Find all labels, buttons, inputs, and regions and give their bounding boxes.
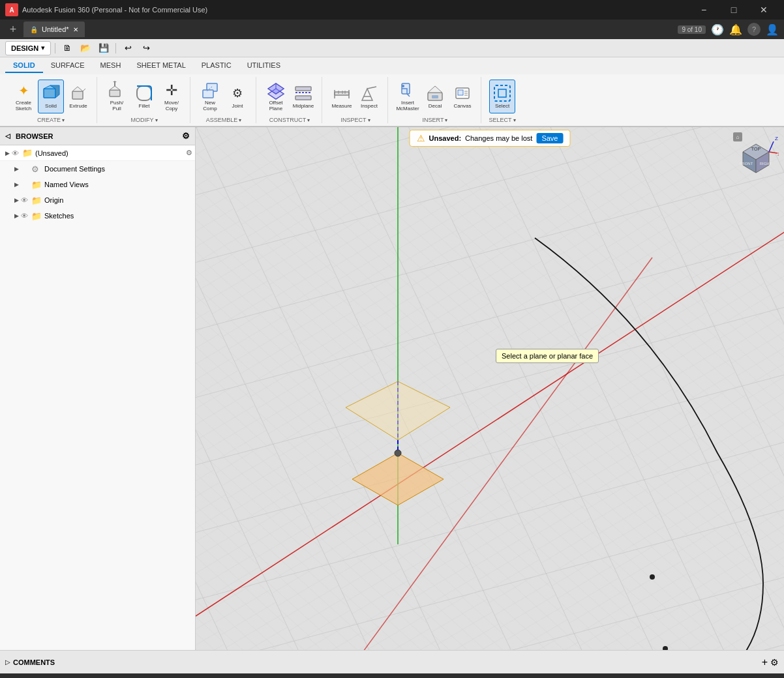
offset-plane-button[interactable]: OffsetPlane: [263, 80, 289, 113]
tree-arrow-icon: ▶: [12, 213, 21, 219]
list-item[interactable]: ▶ 👁 📁 Sketches: [0, 208, 195, 224]
visibility-icon[interactable]: 👁: [21, 196, 31, 204]
design-arrow-icon: ▾: [41, 44, 45, 52]
close-button[interactable]: ✕: [749, 0, 779, 20]
construct-arrow-icon: ▾: [307, 117, 310, 123]
tab-sheet-metal[interactable]: SHEET METAL: [128, 59, 193, 73]
canvas-button[interactable]: Canvas: [449, 80, 475, 113]
solid-body-button[interactable]: Solid: [38, 80, 64, 113]
save-button[interactable]: 💾: [96, 41, 112, 55]
offset-plane-icon: [265, 81, 286, 100]
assemble-group-label: ASSEMBLE: [206, 117, 238, 123]
tab-mesh[interactable]: MESH: [93, 59, 129, 73]
redo-button[interactable]: ↪: [138, 41, 154, 55]
tab-count-badge[interactable]: 9 of 10: [678, 25, 706, 34]
unsaved-banner: ⚠ Unsaved: Changes may be lost Save: [410, 130, 571, 147]
list-item[interactable]: ▶ 👁 📁 (Unsaved) ⚙: [0, 145, 195, 161]
separator: [55, 43, 55, 53]
visibility-icon[interactable]: 👁: [21, 212, 31, 220]
inspect-arrow-icon: ▾: [368, 117, 370, 123]
tree-arrow-icon: ▶: [12, 197, 21, 203]
comments-settings-icon[interactable]: ⚙: [770, 657, 779, 668]
comments-title: COMMENTS: [13, 658, 759, 666]
minimize-button[interactable]: −: [689, 0, 719, 20]
tab-lock-icon: 🔒: [30, 26, 38, 33]
svg-rect-10: [137, 86, 151, 100]
quick-access-toolbar: DESIGN ▾ 🗎 📂 💾 ↩ ↪: [0, 39, 784, 57]
help-icon[interactable]: ?: [747, 23, 761, 36]
user-avatar[interactable]: 👤: [766, 23, 779, 36]
viewport[interactable]: ⚠ Unsaved: Changes may be lost Save Sele…: [196, 127, 784, 650]
browser-tree: ▶ 👁 📁 (Unsaved) ⚙ ▶ ⚙ Document Settings …: [0, 145, 195, 224]
svg-marker-9: [113, 81, 117, 82]
unsaved-text2: Changes may be lost: [465, 134, 532, 142]
extrude-button[interactable]: Extrude: [65, 80, 91, 113]
main-area: ◁ BROWSER ⚙ ▶ 👁 📁 (Unsaved) ⚙ ▶ ⚙ Docume…: [0, 127, 784, 650]
svg-point-49: [395, 450, 401, 456]
svg-rect-35: [458, 90, 463, 95]
push-pull-icon: [106, 81, 127, 100]
tab-utilities[interactable]: UTILITIES: [239, 59, 288, 73]
maximize-button[interactable]: □: [719, 0, 749, 20]
modify-group-label: MODIFY: [131, 117, 154, 123]
add-design-button[interactable]: +: [5, 22, 21, 37]
measure-button[interactable]: Measure: [329, 80, 355, 113]
construct-group-label: CONSTRUCT: [269, 117, 307, 123]
browser-collapse-icon[interactable]: ◁: [5, 132, 10, 140]
ribbon-group-create: ✦ CreateSketch Solid Extrude CREA: [5, 77, 97, 123]
svg-line-60: [769, 152, 777, 153]
insert-arrow-icon: ▾: [445, 117, 447, 123]
item-label: Document Settings: [44, 165, 192, 173]
document-tab[interactable]: 🔒 Untitled* ✕: [23, 22, 85, 37]
visibility-icon[interactable]: 👁: [12, 149, 22, 157]
solid-body-icon: [40, 83, 61, 104]
fillet-button[interactable]: Fillet: [131, 80, 157, 113]
svg-line-5: [83, 89, 85, 91]
comments-collapse-icon[interactable]: ▷: [5, 658, 10, 666]
tab-surface[interactable]: SURFACE: [43, 59, 93, 73]
design-menu-button[interactable]: DESIGN ▾: [5, 41, 51, 55]
notification-icon[interactable]: 🔔: [729, 23, 742, 36]
tree-arrow-icon: ▶: [12, 166, 21, 172]
select-button[interactable]: Select: [489, 80, 515, 113]
new-component-button[interactable]: NewComp: [197, 80, 223, 113]
svg-rect-20: [335, 92, 349, 95]
inspect2-button[interactable]: Inspect: [356, 80, 382, 113]
tab-solid[interactable]: SOLID: [5, 59, 43, 73]
browser-settings-icon[interactable]: ⚙: [182, 131, 190, 141]
comments-bar: ▷ COMMENTS + ⚙: [0, 650, 784, 673]
move-button[interactable]: ✛ Move/Copy: [158, 80, 185, 113]
svg-rect-18: [295, 96, 311, 100]
create-sketch-button[interactable]: ✦ CreateSketch: [10, 80, 37, 113]
insert-mcmaster-button[interactable]: InsertMcMaster: [395, 80, 421, 113]
svg-text:FRONT: FRONT: [740, 162, 753, 166]
clock-icon[interactable]: 🕐: [711, 23, 724, 36]
browser-title: BROWSER: [16, 132, 179, 140]
open-button[interactable]: 📂: [78, 41, 93, 55]
separator2: [115, 43, 116, 53]
tree-arrow-icon: ▶: [3, 150, 12, 156]
svg-marker-26: [362, 89, 372, 100]
folder-icon: 📁: [31, 211, 42, 221]
save-unsaved-button[interactable]: Save: [536, 133, 563, 143]
undo-button[interactable]: ↩: [120, 41, 136, 55]
svg-text:TOP: TOP: [751, 147, 761, 151]
decal-button[interactable]: Decal: [422, 80, 448, 113]
ribbon-group-modify: Push/Pull Fillet ✛ Move/Copy MODIFY ▾: [98, 77, 190, 123]
select-arrow-icon: ▾: [513, 117, 516, 123]
new-button[interactable]: 🗎: [59, 41, 75, 55]
push-pull-button[interactable]: Push/Pull: [104, 80, 130, 113]
tab-close-icon[interactable]: ✕: [73, 26, 78, 33]
tab-plastic[interactable]: PLASTIC: [194, 59, 239, 73]
item-label: Sketches: [44, 212, 192, 220]
joint-button[interactable]: ⚙ Joint: [224, 80, 250, 113]
item-settings-icon[interactable]: ⚙: [186, 149, 192, 157]
midplane-button[interactable]: Midplane: [290, 80, 316, 113]
list-item[interactable]: ▶ ⚙ Document Settings: [0, 161, 195, 177]
comments-add-icon[interactable]: +: [762, 656, 768, 668]
nav-cube[interactable]: TOP FRONT RIGHT Z X ⌂: [733, 132, 779, 178]
list-item[interactable]: ▶ 📁 Named Views: [0, 177, 195, 192]
inspect-group-label: INSPECT: [340, 117, 366, 123]
list-item[interactable]: ▶ 👁 📁 Origin: [0, 192, 195, 208]
svg-line-28: [367, 87, 376, 89]
